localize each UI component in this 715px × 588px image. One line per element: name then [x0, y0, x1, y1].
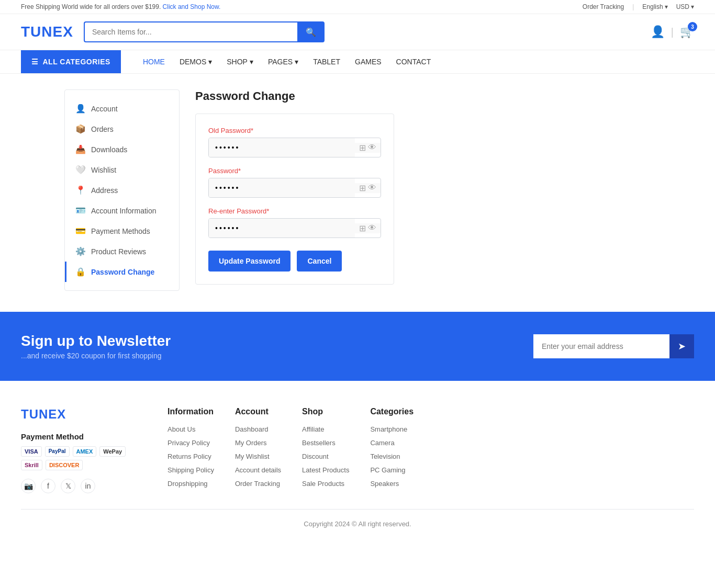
- eye-slash-icon[interactable]: 👁: [368, 183, 376, 193]
- nav-link-pages[interactable]: PAGES ▾: [262, 50, 305, 73]
- categories-heading: Categories: [370, 407, 414, 416]
- list-item[interactable]: PC Gaming: [370, 466, 414, 474]
- my-orders-link[interactable]: My Orders: [235, 439, 267, 447]
- grid-icon[interactable]: ⊞: [359, 143, 366, 153]
- sidebar-item-downloads[interactable]: 📥 Downloads: [65, 139, 179, 160]
- sidebar-item-address[interactable]: 📍 Address: [65, 180, 179, 200]
- all-categories-button[interactable]: ☰ ALL CATEGORIES: [21, 50, 121, 73]
- nav-link-games[interactable]: GAMES: [349, 50, 388, 73]
- payment-method-heading: Payment Method: [21, 432, 147, 441]
- nav-item-games[interactable]: GAMES: [349, 50, 388, 73]
- sidebar-label-payment: Payment Methods: [91, 227, 150, 235]
- account-details-link[interactable]: Account details: [235, 466, 281, 474]
- cta-link[interactable]: Click and Shop Now.: [163, 3, 221, 10]
- dashboard-link[interactable]: Dashboard: [235, 425, 269, 433]
- sidebar-item-account-info[interactable]: 🪪 Account Information: [65, 200, 179, 221]
- list-item[interactable]: Dropshipping: [167, 479, 214, 488]
- facebook-icon[interactable]: f: [41, 479, 55, 493]
- television-link[interactable]: Television: [370, 453, 400, 460]
- list-item[interactable]: Television: [370, 452, 414, 460]
- list-item[interactable]: About Us: [167, 425, 214, 433]
- list-item[interactable]: Dashboard: [235, 425, 281, 433]
- nav-link-demos[interactable]: DEMOS ▾: [173, 50, 218, 73]
- pc-gaming-link[interactable]: PC Gaming: [370, 466, 405, 474]
- old-password-input[interactable]: [209, 138, 355, 157]
- sidebar-item-wishlist[interactable]: 🤍 Wishlist: [65, 160, 179, 180]
- chevron-down-icon: ▾: [665, 3, 668, 10]
- list-item[interactable]: Speakers: [370, 479, 414, 488]
- currency-selector[interactable]: USD ▾: [676, 3, 694, 10]
- linkedin-icon[interactable]: in: [81, 479, 95, 493]
- camera-link[interactable]: Camera: [370, 439, 394, 447]
- order-tracking-link[interactable]: Order Tracking: [583, 3, 624, 10]
- newsletter-email-input[interactable]: [533, 334, 669, 358]
- paypal-icon: PayPal: [45, 446, 70, 457]
- language-selector[interactable]: English ▾: [642, 3, 667, 10]
- order-tracking-link[interactable]: Order Tracking: [235, 480, 280, 488]
- sidebar-item-orders[interactable]: 📦 Orders: [65, 119, 179, 139]
- list-item[interactable]: My Orders: [235, 438, 281, 447]
- sidebar-item-password[interactable]: 🔒 Password Change: [65, 262, 179, 282]
- affiliate-link[interactable]: Affiliate: [302, 425, 324, 433]
- nav-item-pages[interactable]: PAGES ▾: [262, 50, 305, 73]
- eye-slash-icon[interactable]: 👁: [368, 223, 376, 233]
- list-item[interactable]: Smartphone: [370, 425, 414, 433]
- reenter-password-input[interactable]: [209, 219, 355, 238]
- list-item[interactable]: Order Tracking: [235, 479, 281, 488]
- cart-button[interactable]: 🛒 3: [680, 25, 694, 39]
- shipping-link[interactable]: Shipping Policy: [167, 466, 214, 474]
- nav-item-shop[interactable]: SHOP ▾: [220, 50, 260, 73]
- chevron-down-icon: ▾: [250, 58, 253, 66]
- list-item[interactable]: Discount: [302, 452, 349, 460]
- search-input[interactable]: [84, 21, 297, 42]
- discount-link[interactable]: Discount: [302, 453, 329, 460]
- nav-item-contact[interactable]: CONTACT: [390, 50, 438, 73]
- nav-item-home[interactable]: HOME: [137, 50, 171, 73]
- nav-link-home[interactable]: HOME: [137, 50, 171, 73]
- returns-link[interactable]: Returns Policy: [167, 453, 211, 460]
- list-item[interactable]: Affiliate: [302, 425, 349, 433]
- list-item[interactable]: Latest Products: [302, 466, 349, 474]
- list-item[interactable]: Returns Policy: [167, 452, 214, 460]
- update-password-button[interactable]: Update Password: [208, 251, 291, 272]
- sale-products-link[interactable]: Sale Products: [302, 480, 344, 488]
- account-links: Dashboard My Orders My Wishlist Account …: [235, 425, 281, 488]
- nav-link-contact[interactable]: CONTACT: [390, 50, 438, 73]
- password-wrapper: ⊞ 👁: [208, 178, 381, 198]
- smartphone-link[interactable]: Smartphone: [370, 425, 407, 433]
- nav-link-shop[interactable]: SHOP ▾: [220, 50, 260, 73]
- sidebar-item-account[interactable]: 👤 Account: [65, 98, 179, 119]
- eye-slash-icon[interactable]: 👁: [368, 143, 376, 152]
- list-item[interactable]: Sale Products: [302, 479, 349, 488]
- footer-logo: TUNEX: [21, 407, 147, 422]
- password-input[interactable]: [209, 178, 355, 197]
- grid-icon[interactable]: ⊞: [359, 223, 366, 233]
- dropshipping-link[interactable]: Dropshipping: [167, 480, 208, 488]
- search-button[interactable]: 🔍: [297, 21, 325, 42]
- privacy-link[interactable]: Privacy Policy: [167, 439, 210, 447]
- list-item[interactable]: Bestsellers: [302, 438, 349, 447]
- cancel-button[interactable]: Cancel: [297, 251, 342, 272]
- list-item[interactable]: Camera: [370, 438, 414, 447]
- grid-icon[interactable]: ⊞: [359, 183, 366, 193]
- sidebar-item-reviews[interactable]: ⚙️ Product Reviews: [65, 241, 179, 262]
- my-wishlist-link[interactable]: My Wishlist: [235, 453, 270, 460]
- twitter-icon[interactable]: 𝕏: [61, 479, 75, 493]
- instagram-icon[interactable]: 📷: [21, 479, 36, 493]
- logo[interactable]: TUNEX: [21, 24, 73, 40]
- about-us-link[interactable]: About Us: [167, 425, 195, 433]
- latest-products-link[interactable]: Latest Products: [302, 466, 349, 474]
- list-item[interactable]: Shipping Policy: [167, 466, 214, 474]
- skrill-icon: Skrill: [21, 460, 42, 470]
- list-item[interactable]: Privacy Policy: [167, 438, 214, 447]
- nav-item-demos[interactable]: DEMOS ▾: [173, 50, 218, 73]
- nav-item-tablet[interactable]: TABLET: [307, 50, 347, 73]
- nav-link-tablet[interactable]: TABLET: [307, 50, 347, 73]
- list-item[interactable]: Account details: [235, 466, 281, 474]
- bestsellers-link[interactable]: Bestsellers: [302, 439, 336, 447]
- list-item[interactable]: My Wishlist: [235, 452, 281, 460]
- newsletter-submit-button[interactable]: ➤: [669, 334, 694, 358]
- sidebar-item-payment[interactable]: 💳 Payment Methods: [65, 221, 179, 241]
- speakers-link[interactable]: Speakers: [370, 480, 399, 488]
- account-button[interactable]: 👤: [651, 25, 665, 39]
